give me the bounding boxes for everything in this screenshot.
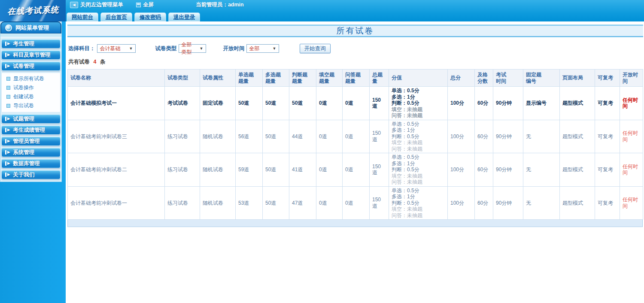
cell-exam-time: 90分钟 bbox=[493, 153, 523, 187]
square-bullet-icon bbox=[6, 77, 10, 81]
cell-total-count: 150道 bbox=[370, 87, 389, 120]
sidebar-menu-panel: 网站菜单管理 ▶ 考生管理 ▶ 科目及章节管理 ▶ 试卷管理 显示所有试卷 bbox=[0, 21, 62, 182]
sidebar-item-system-mgmt[interactable]: ▶ 系统管理 bbox=[1, 148, 61, 157]
open-time-select[interactable]: 全部 ▼ bbox=[246, 44, 279, 53]
fullscreen-button[interactable]: 全屏 bbox=[136, 1, 154, 9]
cell-fixed-number: 无 bbox=[523, 120, 560, 153]
cell-exam-time: 90分钟 bbox=[493, 186, 523, 220]
subject-filter-label: 选择科目： bbox=[68, 45, 95, 52]
chevron-down-icon: ▼ bbox=[273, 46, 276, 51]
filter-bar: 选择科目： 会计基础 ▼ 试卷类型 全部类型 ▼ 开放时间 全部 ▼ 开始查询 bbox=[68, 44, 643, 53]
tab-change-password[interactable]: 修改密码 bbox=[134, 12, 166, 21]
sidebar-item-label: 关于我们 bbox=[13, 171, 34, 179]
cell-blank-count: 0道 bbox=[316, 120, 343, 153]
paper-type-select[interactable]: 全部类型 ▼ bbox=[179, 44, 206, 53]
submenu-create-paper[interactable]: 创建试卷 bbox=[2, 92, 60, 101]
menu-arrow-icon: ▶ bbox=[5, 128, 10, 132]
submenu-export-paper[interactable]: 导出试卷 bbox=[2, 101, 60, 110]
cell-paper-name: 会计基础考前冲刺试卷三 bbox=[68, 120, 165, 153]
cell-total-count: 150道 bbox=[370, 153, 389, 187]
count-prefix: 共有试卷 bbox=[68, 59, 90, 65]
count-suffix: 条 bbox=[100, 59, 106, 65]
sidebar-item-score-mgmt[interactable]: ▶ 考生成绩管理 bbox=[1, 125, 61, 135]
top-header: 在线考试系统 ◄ 关闭左边管理菜单 全屏 当前管理员：admin 网站前台 后台… bbox=[0, 0, 644, 21]
sidebar-item-about-us[interactable]: ▶ 关于我们 bbox=[1, 170, 61, 179]
cell-paper-attr: 固定试卷 bbox=[200, 87, 236, 120]
col-single-count: 单选题题量 bbox=[236, 70, 263, 87]
top-strip: ◄ 关闭左边管理菜单 全屏 当前管理员：admin bbox=[66, 0, 644, 10]
table-footer-strip bbox=[67, 220, 643, 227]
sidebar-item-label: 系统管理 bbox=[13, 149, 34, 156]
col-total-count: 总题量 bbox=[370, 70, 389, 87]
cell-judge-count: 41道 bbox=[289, 153, 316, 187]
cell-total-score: 100分 bbox=[448, 186, 475, 220]
fullscreen-icon bbox=[136, 3, 141, 7]
cell-total-score: 100分 bbox=[448, 120, 475, 153]
sidebar-item-admin-mgmt[interactable]: ▶ 管理员管理 bbox=[1, 136, 61, 146]
sidebar-item-subject-chapter-mgmt[interactable]: ▶ 科目及章节管理 bbox=[1, 50, 61, 60]
sidebar-header-label: 网站菜单管理 bbox=[15, 24, 49, 32]
cell-total-score: 100分 bbox=[448, 153, 475, 187]
cell-retake: 可复考 bbox=[595, 87, 620, 120]
cell-qa-count: 0道 bbox=[343, 87, 370, 120]
cell-pass-score: 60分 bbox=[475, 153, 493, 187]
table-row: 会计基础考前冲刺试卷三 练习试卷 随机试卷 56道 50道 44道 0道 0道 … bbox=[68, 120, 643, 153]
cell-qa-count: 0道 bbox=[343, 186, 370, 220]
sidebar-item-label: 管理员管理 bbox=[13, 138, 40, 145]
sidebar-item-examinee-mgmt[interactable]: ▶ 考生管理 bbox=[1, 39, 61, 48]
cell-open-time: 任何时间 bbox=[620, 186, 643, 220]
sidebar-item-database-mgmt[interactable]: ▶ 数据库管理 bbox=[1, 159, 61, 168]
col-retake: 可复考 bbox=[595, 70, 620, 87]
cell-paper-attr: 随机试卷 bbox=[200, 120, 236, 153]
subject-select[interactable]: 会计基础 ▼ bbox=[97, 44, 136, 53]
cell-retake: 可复考 bbox=[595, 120, 620, 153]
tab-site-front[interactable]: 网站前台 bbox=[67, 12, 98, 21]
cell-pass-score: 60分 bbox=[475, 120, 493, 153]
submenu-show-all-papers[interactable]: 显示所有试卷 bbox=[2, 74, 60, 83]
cell-single-count: 56道 bbox=[236, 120, 263, 153]
cell-open-time: 任何时间 bbox=[620, 120, 643, 153]
cell-exam-time: 90分钟 bbox=[493, 87, 523, 120]
fullscreen-label: 全屏 bbox=[143, 1, 154, 9]
app-logo-text: 在线考试系统 bbox=[7, 4, 59, 17]
main-content: 所有试卷 选择科目： 会计基础 ▼ 试卷类型 全部类型 ▼ 开放时间 全部 bbox=[66, 21, 644, 303]
open-time-select-value: 全部 bbox=[249, 45, 260, 52]
cell-paper-name: 会计基础考前冲刺试卷二 bbox=[68, 153, 165, 187]
chevron-down-icon: ▼ bbox=[200, 46, 204, 51]
cell-page-layout: 题型模式 bbox=[560, 87, 595, 120]
cell-page-layout: 题型模式 bbox=[560, 153, 595, 187]
cell-page-layout: 题型模式 bbox=[560, 186, 595, 220]
submenu-item-label: 创建试卷 bbox=[13, 93, 34, 100]
cell-paper-attr: 随机试卷 bbox=[200, 186, 236, 220]
sidebar-item-question-mgmt[interactable]: ▶ 试题管理 bbox=[1, 114, 61, 124]
search-button[interactable]: 开始查询 bbox=[300, 44, 331, 53]
close-left-menu-button[interactable]: ◄ 关闭左边管理菜单 bbox=[70, 1, 123, 9]
tab-admin-home[interactable]: 后台首页 bbox=[100, 12, 132, 21]
cell-blank-count: 0道 bbox=[316, 186, 343, 220]
cell-single-count: 53道 bbox=[236, 186, 263, 220]
papers-table: 试卷名称 试卷类型 试卷属性 单选题题量 多选题题量 判断题题量 填空题题量 问… bbox=[67, 69, 643, 220]
page-title: 所有试卷 bbox=[337, 25, 374, 36]
table-row: 会计基础模拟考试一 考试试卷 固定试卷 50道 50道 50道 0道 0道 15… bbox=[68, 87, 643, 120]
cell-paper-attr: 随机试卷 bbox=[200, 153, 236, 187]
cell-open-time: 任何时间 bbox=[620, 87, 643, 120]
col-judge-count: 判断题题量 bbox=[289, 70, 316, 87]
cell-fixed-number: 无 bbox=[523, 186, 560, 220]
sphere-icon bbox=[5, 24, 12, 31]
sidebar-item-paper-mgmt[interactable]: ▶ 试卷管理 bbox=[1, 61, 61, 71]
sidebar: 网站菜单管理 ▶ 考生管理 ▶ 科目及章节管理 ▶ 试卷管理 显示所有试卷 bbox=[0, 21, 66, 303]
cell-total-count: 150道 bbox=[370, 120, 389, 153]
cell-page-layout: 题型模式 bbox=[560, 120, 595, 153]
app-logo: 在线考试系统 bbox=[0, 0, 66, 21]
cell-open-time: 任何时间 bbox=[620, 153, 643, 187]
submenu-paper-operations[interactable]: 试卷操作 bbox=[2, 83, 60, 92]
cell-retake: 可复考 bbox=[595, 153, 620, 187]
cell-exam-time: 90分钟 bbox=[493, 120, 523, 153]
result-count: 共有试卷 4 条 bbox=[68, 58, 643, 66]
tab-logout[interactable]: 退出登录 bbox=[168, 12, 200, 21]
col-open-time: 开放时间 bbox=[620, 70, 643, 87]
sidebar-item-label: 考生成绩管理 bbox=[13, 127, 45, 134]
back-arrow-icon: ◄ bbox=[70, 2, 78, 8]
col-score-values: 分值 bbox=[389, 70, 448, 87]
count-value: 4 bbox=[93, 59, 96, 65]
